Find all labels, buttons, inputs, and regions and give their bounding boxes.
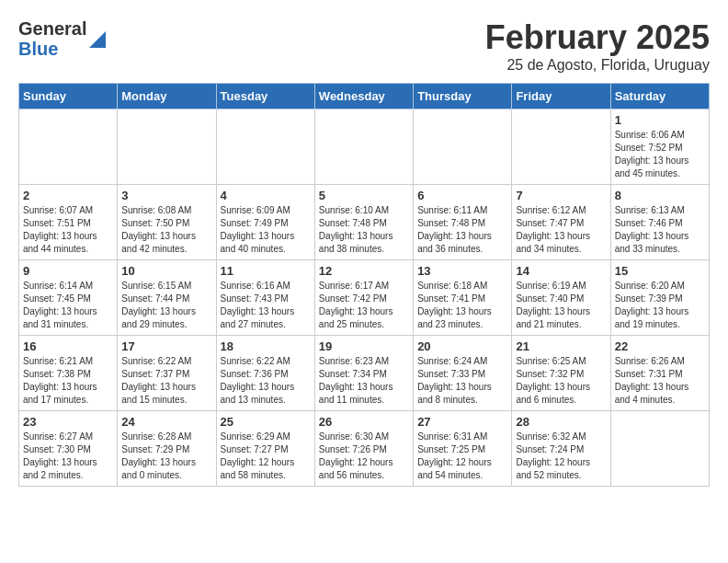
day-number: 18 [221,339,311,353]
day-number: 17 [121,339,211,353]
calendar-cell: 7Sunrise: 6:12 AM Sunset: 7:47 PM Daylig… [512,185,610,260]
day-info: Sunrise: 6:16 AM Sunset: 7:43 PM Dayligh… [221,280,311,331]
day-number: 11 [221,264,311,278]
day-number: 12 [319,264,409,278]
day-number: 27 [417,415,507,429]
day-number: 19 [319,339,409,353]
day-info: Sunrise: 6:30 AM Sunset: 7:26 PM Dayligh… [319,431,409,482]
day-info: Sunrise: 6:31 AM Sunset: 7:25 PM Dayligh… [417,431,507,482]
calendar-cell [216,109,314,185]
day-info: Sunrise: 6:23 AM Sunset: 7:34 PM Dayligh… [319,355,409,407]
day-info: Sunrise: 6:12 AM Sunset: 7:47 PM Dayligh… [516,204,606,256]
day-number: 15 [615,264,705,278]
day-info: Sunrise: 6:07 AM Sunset: 7:51 PM Dayligh… [23,204,113,256]
day-number: 28 [516,415,606,429]
calendar-cell: 23Sunrise: 6:27 AM Sunset: 7:30 PM Dayli… [19,411,118,487]
day-number: 22 [615,339,705,353]
calendar-cell: 19Sunrise: 6:23 AM Sunset: 7:34 PM Dayli… [314,336,413,411]
calendar-cell: 6Sunrise: 6:11 AM Sunset: 7:48 PM Daylig… [414,185,512,260]
day-info: Sunrise: 6:27 AM Sunset: 7:30 PM Dayligh… [23,431,113,482]
day-number: 25 [221,415,311,429]
svg-marker-0 [89,31,106,48]
day-info: Sunrise: 6:09 AM Sunset: 7:49 PM Dayligh… [221,204,311,256]
calendar-cell: 10Sunrise: 6:15 AM Sunset: 7:44 PM Dayli… [118,260,216,336]
day-info: Sunrise: 6:21 AM Sunset: 7:38 PM Dayligh… [23,355,113,407]
calendar-cell [512,109,610,185]
calendar-cell: 21Sunrise: 6:25 AM Sunset: 7:32 PM Dayli… [512,336,610,411]
logo: General Blue [18,18,106,59]
calendar-cell: 15Sunrise: 6:20 AM Sunset: 7:39 PM Dayli… [610,260,709,336]
day-info: Sunrise: 6:32 AM Sunset: 7:24 PM Dayligh… [516,431,606,482]
day-number: 3 [121,189,211,202]
day-number: 24 [121,415,211,429]
day-info: Sunrise: 6:14 AM Sunset: 7:45 PM Dayligh… [23,280,113,331]
day-info: Sunrise: 6:22 AM Sunset: 7:37 PM Dayligh… [121,355,211,407]
weekday-header-sunday: Sunday [19,84,118,109]
day-info: Sunrise: 6:06 AM Sunset: 7:52 PM Dayligh… [615,129,705,180]
day-info: Sunrise: 6:17 AM Sunset: 7:42 PM Dayligh… [319,280,409,331]
calendar-cell: 18Sunrise: 6:22 AM Sunset: 7:36 PM Dayli… [216,336,314,411]
calendar-cell: 13Sunrise: 6:18 AM Sunset: 7:41 PM Dayli… [414,260,512,336]
day-info: Sunrise: 6:26 AM Sunset: 7:31 PM Dayligh… [615,355,705,407]
weekday-header-thursday: Thursday [414,84,512,109]
day-number: 23 [23,415,113,429]
calendar-cell [19,109,118,185]
calendar-cell: 5Sunrise: 6:10 AM Sunset: 7:48 PM Daylig… [314,185,413,260]
calendar-cell: 27Sunrise: 6:31 AM Sunset: 7:25 PM Dayli… [414,411,512,487]
weekday-header-wednesday: Wednesday [314,84,413,109]
calendar-cell: 12Sunrise: 6:17 AM Sunset: 7:42 PM Dayli… [314,260,413,336]
day-info: Sunrise: 6:28 AM Sunset: 7:29 PM Dayligh… [121,431,211,482]
calendar-cell: 22Sunrise: 6:26 AM Sunset: 7:31 PM Dayli… [610,336,709,411]
day-number: 2 [23,189,113,202]
calendar-cell: 8Sunrise: 6:13 AM Sunset: 7:46 PM Daylig… [610,185,709,260]
day-number: 20 [417,339,507,353]
weekday-header-monday: Monday [118,84,216,109]
calendar-cell: 17Sunrise: 6:22 AM Sunset: 7:37 PM Dayli… [118,336,216,411]
calendar-cell: 3Sunrise: 6:08 AM Sunset: 7:50 PM Daylig… [118,185,216,260]
calendar-cell [414,109,512,185]
day-info: Sunrise: 6:22 AM Sunset: 7:36 PM Dayligh… [221,355,311,407]
logo-triangle-icon [89,28,106,48]
day-number: 8 [615,189,705,202]
calendar-cell: 16Sunrise: 6:21 AM Sunset: 7:38 PM Dayli… [19,336,118,411]
month-title: February 2025 [485,18,710,57]
calendar-cell [610,411,709,487]
day-number: 14 [516,264,606,278]
weekday-header-saturday: Saturday [610,84,709,109]
day-info: Sunrise: 6:19 AM Sunset: 7:40 PM Dayligh… [516,280,606,331]
day-number: 16 [23,339,113,353]
day-info: Sunrise: 6:25 AM Sunset: 7:32 PM Dayligh… [516,355,606,407]
calendar-cell [118,109,216,185]
day-info: Sunrise: 6:24 AM Sunset: 7:33 PM Dayligh… [417,355,507,407]
day-number: 5 [319,189,409,202]
calendar: SundayMondayTuesdayWednesdayThursdayFrid… [18,83,710,487]
day-info: Sunrise: 6:13 AM Sunset: 7:46 PM Dayligh… [615,204,705,256]
calendar-cell: 26Sunrise: 6:30 AM Sunset: 7:26 PM Dayli… [314,411,413,487]
calendar-cell: 24Sunrise: 6:28 AM Sunset: 7:29 PM Dayli… [118,411,216,487]
day-info: Sunrise: 6:18 AM Sunset: 7:41 PM Dayligh… [417,280,507,331]
day-number: 10 [121,264,211,278]
day-info: Sunrise: 6:10 AM Sunset: 7:48 PM Dayligh… [319,204,409,256]
day-number: 6 [417,189,507,202]
day-info: Sunrise: 6:20 AM Sunset: 7:39 PM Dayligh… [615,280,705,331]
weekday-header-tuesday: Tuesday [216,84,314,109]
calendar-cell [314,109,413,185]
calendar-cell: 11Sunrise: 6:16 AM Sunset: 7:43 PM Dayli… [216,260,314,336]
day-number: 1 [615,113,705,127]
day-number: 21 [516,339,606,353]
day-number: 7 [516,189,606,202]
calendar-cell: 25Sunrise: 6:29 AM Sunset: 7:27 PM Dayli… [216,411,314,487]
day-number: 9 [23,264,113,278]
day-info: Sunrise: 6:29 AM Sunset: 7:27 PM Dayligh… [221,431,311,482]
title-area: February 2025 25 de Agosto, Florida, Uru… [485,18,710,74]
day-number: 26 [319,415,409,429]
calendar-cell: 14Sunrise: 6:19 AM Sunset: 7:40 PM Dayli… [512,260,610,336]
calendar-cell: 4Sunrise: 6:09 AM Sunset: 7:49 PM Daylig… [216,185,314,260]
day-number: 13 [417,264,507,278]
location-title: 25 de Agosto, Florida, Uruguay [485,57,710,74]
logo-blue: Blue [18,39,86,59]
day-number: 4 [221,189,311,202]
calendar-cell: 1Sunrise: 6:06 AM Sunset: 7:52 PM Daylig… [610,109,709,185]
weekday-header-friday: Friday [512,84,610,109]
calendar-cell: 20Sunrise: 6:24 AM Sunset: 7:33 PM Dayli… [414,336,512,411]
